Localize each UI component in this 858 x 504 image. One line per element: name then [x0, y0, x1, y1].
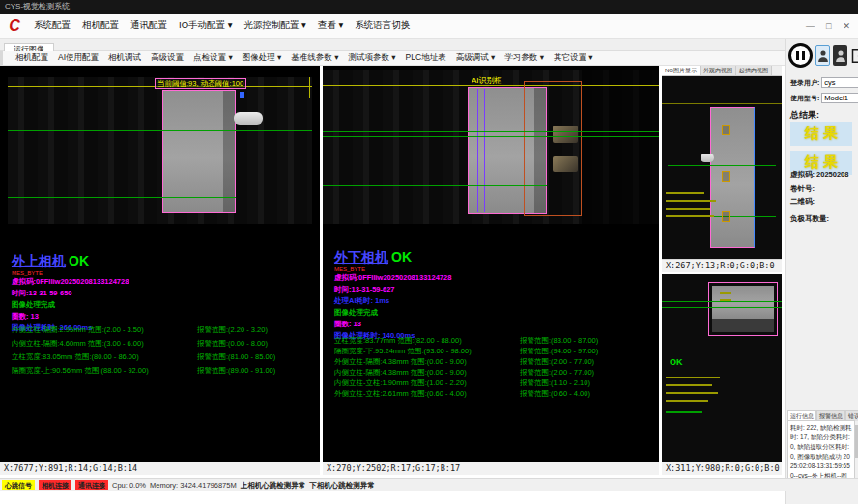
maximize-icon[interactable]: □ [826, 21, 831, 31]
seam-line-purple [484, 89, 485, 212]
tab-count-label: 负极耳数量: [790, 214, 829, 224]
menu-item[interactable]: 通讯配置 [125, 19, 173, 32]
workpiece [162, 90, 236, 213]
measurement-value: 外侧立柱-隔圈:4.38mm 范围:(0.00 - 9.00) [334, 358, 520, 366]
pause-button[interactable] [788, 43, 813, 68]
toolbar-item[interactable]: 高级设置 [146, 52, 188, 64]
menu-item[interactable]: 相机配置 [76, 19, 125, 32]
tab-row: 运行图像 [0, 39, 785, 51]
process-done: 图像处理完成 [334, 307, 636, 319]
camera-link-badge: 相机连接 [39, 480, 72, 490]
threshold-overlay: 当前阈值:93, 动态阈值:100 [155, 78, 246, 89]
measure-line [668, 165, 776, 166]
qr-label: 二维码: [790, 197, 815, 207]
operator-icon [835, 49, 846, 63]
menu-item[interactable]: 系统语言切换 [349, 19, 415, 32]
toolbar-item[interactable]: AI使用配置 [53, 52, 103, 64]
toolbar-item[interactable]: 点检设置 ▾ [188, 52, 238, 64]
ng-camera-image[interactable] [662, 76, 782, 260]
defect-box [722, 171, 730, 182]
unreadable-text-row [666, 192, 704, 194]
measurement-row: 内侧立柱-隔圈:4.60mm 范围:(3.00 - 6.00) 报警范围:(0.… [12, 340, 275, 348]
toolbar-item[interactable]: 测试项参数 ▾ [343, 52, 400, 64]
alarm-range: 报警范围:(83.00 - 87.00) [520, 337, 598, 345]
toolbar-item[interactable]: 高级调试 ▾ [451, 52, 500, 64]
app-logo-icon: C [6, 17, 23, 35]
menu-item[interactable]: IO手动配置 ▾ [173, 19, 238, 32]
toolbar-item[interactable]: 相机配置 [11, 52, 53, 64]
exit-button[interactable] [850, 45, 858, 66]
measurement-row: 外侧立柱-隔圈:2.95mm 范围:(2.00 - 3.50) 报警范围:(2.… [12, 326, 275, 334]
login-user-input[interactable] [821, 77, 858, 88]
toolbar: 相机配置 AI使用配置 相机调试 高级设置 点检设置 ▾ 图像处理 ▾ 基准线参… [0, 51, 785, 66]
cpu-readout: Cpu: 0.0% [112, 481, 146, 490]
alarm-range: 报警范围:(81.00 - 85.00) [197, 353, 275, 361]
unreadable-text-row [666, 392, 718, 394]
left-camera-image[interactable]: 当前阈值:93, 动态阈值:100 [8, 77, 312, 224]
menu-item[interactable]: 光源控制配置 ▾ [238, 19, 311, 32]
toolbar-item[interactable]: 基准线参数 ▾ [286, 52, 343, 64]
clip-connector [234, 112, 263, 125]
alarm-range: 报警范围:(2.00 - 77.00) [520, 369, 594, 377]
tab-arch-view[interactable]: 起拱内视图 [736, 66, 772, 75]
center-camera-image[interactable]: AI识别框 [323, 70, 659, 224]
unreadable-text-row [666, 208, 710, 210]
minimize-icon[interactable]: — [806, 21, 815, 31]
virtual-barcode: 虚拟码:0FFIIiw20250208133124728 [334, 272, 636, 284]
needle-label: 卷针号: [790, 184, 815, 194]
measurement-value: 内侧立柱-隔圈:4.38mm 范围:(0.00 - 9.00) [334, 369, 520, 377]
measure-line [662, 307, 782, 308]
menu-item[interactable]: 查看 ▾ [312, 19, 349, 32]
left-pixel-readout: X:7677;Y:891;R:14;G:14;B:14 [0, 462, 320, 475]
result-ok: OK [391, 249, 412, 265]
center-camera-panel: AI识别框 外下相机OK MES_BYTE 虚拟码:0FFIIiw2025020… [323, 66, 659, 475]
edge-line-yellow [309, 77, 310, 98]
ai-box-label: AI识别框 [472, 75, 502, 86]
measure-line [323, 136, 659, 137]
tab-appearance-view[interactable]: 外观内视图 [701, 66, 736, 75]
control-side-panel: 登录用户: 使用型号: 总结果: 结 果 结 果 虚拟码: 20250208 卷… [785, 39, 858, 504]
comm-link-badge: 通讯连接 [75, 480, 108, 490]
tab-ng-display[interactable]: NG图片显示 [662, 66, 701, 75]
unreadable-text-row [666, 411, 702, 413]
toolbar-item[interactable]: 其它设置 ▾ [549, 52, 598, 64]
measure-line [8, 126, 312, 126]
alarm-range: 报警范围:(2.00 - 77.00) [520, 358, 594, 366]
measurement-value: 外侧立柱-立柱:2.61mm 范围:(0.60 - 4.00) [334, 390, 520, 398]
measure-line [323, 185, 547, 186]
toolbar-item[interactable]: 图像处理 ▾ [238, 52, 287, 64]
center-measurements: 立柱宽度:83.77mm 范围:(82.00 - 88.00) 报警范围:(83… [334, 337, 598, 401]
measure-line [662, 301, 782, 302]
toolbar-item[interactable]: PLC地址表 [401, 52, 451, 64]
measurement-row: 立柱宽度:83.77mm 范围:(82.00 - 88.00) 报警范围:(83… [334, 337, 598, 345]
model-input[interactable] [821, 93, 858, 103]
bottom-camera-image[interactable]: OK [662, 274, 782, 462]
user-button[interactable] [815, 45, 830, 66]
window-title: CYS-视觉检测系统 [5, 2, 70, 11]
control-buttons [788, 43, 858, 68]
exit-door-icon [850, 48, 858, 64]
virtual-barcode: 虚拟码:0FFIIiw20250208133124728 [12, 276, 313, 288]
menu-item[interactable]: 系统配置 [28, 19, 76, 32]
alarm-range: 报警范围:(1.10 - 2.10) [520, 379, 590, 387]
unreadable-text-row [666, 400, 708, 402]
bottom-pixel-readout: X:311;Y:980;R:0;G:0;B:0 [662, 462, 782, 475]
toolbar-item[interactable]: 相机调试 [103, 52, 146, 64]
toolbar-item[interactable]: 学习参数 ▾ [500, 52, 549, 64]
upper-camera-warning: 上相机心跳检测异常 [241, 481, 306, 490]
capture-time: 时间:13-31-59-650 [12, 288, 313, 299]
measurement-value: 外侧立柱-隔圈:2.95mm 范围:(2.00 - 3.50) [12, 326, 197, 334]
left-result-info: 外上相机OK MES_BYTE 虚拟码:0FFIIiw2025020813312… [12, 253, 313, 334]
measure-line [8, 197, 236, 198]
lower-camera-warning: 下相机心跳检测异常 [309, 481, 375, 490]
operator-button[interactable] [833, 45, 847, 66]
close-icon[interactable]: ✕ [843, 21, 850, 31]
ok-label: OK [670, 357, 683, 367]
barcode-label: 虚拟码: 20250208 [790, 170, 848, 180]
log-output[interactable]: 耗时: 222, 缺陷检测耗时: 17, 缺陷分类耗时: 0, 缺陷提取分区耗时… [787, 420, 855, 480]
capture-time: 时间:13-31-59-627 [334, 284, 636, 295]
measurement-row: 隔圈宽度-上:90.56mm 范围:(88.00 - 92.00) 报警范围:(… [12, 367, 275, 375]
total-result-label: 总结果: [790, 109, 819, 122]
login-user-field: 登录用户: [790, 77, 858, 88]
measurement-value: 隔圈宽度-上:90.56mm 范围:(88.00 - 92.00) [12, 367, 197, 375]
